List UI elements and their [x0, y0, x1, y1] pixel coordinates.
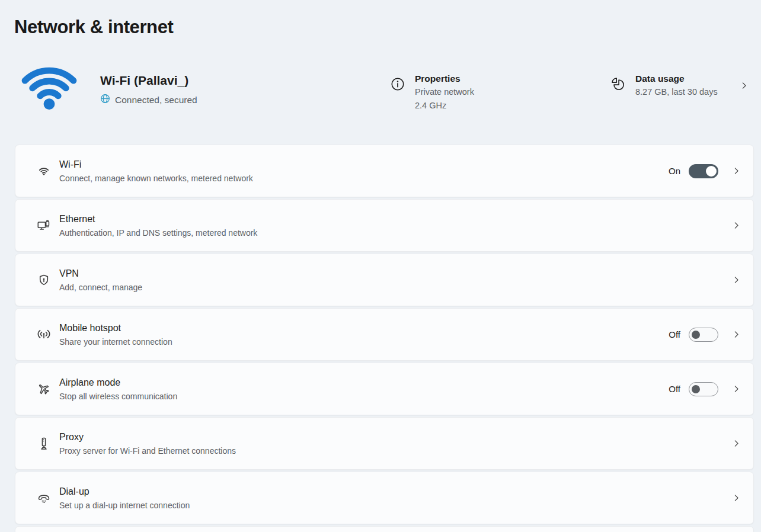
info-icon [390, 76, 405, 113]
data-usage-amount: 8.27 GB, last 30 days [635, 85, 718, 99]
row-subtitle: Proxy server for Wi-Fi and Ethernet conn… [59, 445, 727, 457]
phone-handset-icon [36, 491, 52, 506]
row-subtitle: Set up a dial-up internet connection [59, 499, 727, 512]
hotspot-broadcast-icon [36, 327, 52, 342]
connection-hero: Wi-Fi (Pallavi_) Connected, secured [15, 62, 754, 121]
connection-name: Wi-Fi (Pallavi_) [100, 73, 197, 88]
chevron-right-icon [731, 220, 741, 230]
chevron-right-icon [731, 275, 741, 285]
settings-row-proxy[interactable]: Proxy Proxy server for Wi-Fi and Etherne… [15, 417, 754, 470]
row-title: Dial-up [59, 485, 727, 498]
chevron-right-icon [731, 438, 741, 448]
row-subtitle: Connect, manage known networks, metered … [59, 172, 669, 185]
toggle-state-label: Off [669, 329, 680, 339]
globe-icon [100, 94, 110, 106]
toggle-knob [706, 166, 717, 177]
settings-row-ethernet[interactable]: Ethernet Authentication, IP and DNS sett… [15, 199, 754, 252]
pie-chart-icon [610, 76, 626, 99]
settings-row-vpn[interactable]: VPN Add, connect, manage [15, 254, 754, 306]
toggle-knob [692, 331, 700, 339]
toggle-state-label: On [669, 166, 680, 176]
row-title: Mobile hotspot [59, 321, 669, 335]
airplane-mode-toggle[interactable] [689, 382, 718, 396]
settings-row-partial[interactable] [15, 526, 754, 532]
row-subtitle: Share your internet connection [59, 336, 669, 348]
wifi-toggle[interactable] [689, 164, 718, 178]
row-title: Proxy [59, 430, 727, 444]
properties-title: Properties [415, 72, 474, 85]
wifi-icon [36, 164, 52, 179]
row-title: VPN [59, 267, 727, 280]
settings-row-mobile-hotspot[interactable]: Mobile hotspot Share your internet conne… [15, 308, 754, 361]
row-subtitle: Stop all wireless communication [59, 390, 669, 403]
toggle-state-label: Off [669, 384, 680, 394]
settings-row-wifi[interactable]: Wi-Fi Connect, manage known networks, me… [15, 145, 754, 197]
chevron-right-icon [731, 384, 741, 394]
row-title: Wi-Fi [59, 158, 669, 171]
settings-row-dialup[interactable]: Dial-up Set up a dial-up internet connec… [15, 472, 754, 524]
chevron-right-icon [731, 493, 741, 503]
row-subtitle: Add, connect, manage [59, 281, 727, 294]
toggle-knob [692, 385, 700, 393]
properties-summary[interactable]: Properties Private network 2.4 GHz [390, 72, 474, 113]
chevron-right-icon [731, 329, 741, 339]
row-title: Airplane mode [59, 376, 669, 389]
ethernet-icon [36, 218, 52, 233]
page-title: Network & internet [14, 15, 761, 39]
row-title: Ethernet [59, 212, 727, 226]
chevron-right-icon [739, 81, 749, 93]
settings-list: Wi-Fi Connect, manage known networks, me… [15, 145, 754, 532]
active-connection: Wi-Fi (Pallavi_) Connected, secured [15, 62, 197, 114]
proxy-server-icon [36, 436, 52, 451]
settings-row-airplane-mode[interactable]: Airplane mode Stop all wireless communic… [15, 363, 754, 415]
chevron-right-icon [731, 166, 741, 176]
properties-band: 2.4 GHz [415, 99, 474, 113]
shield-lock-icon [36, 273, 52, 288]
data-usage-summary[interactable]: Data usage 8.27 GB, last 30 days [610, 72, 718, 99]
connection-status: Connected, secured [115, 95, 197, 105]
data-usage-title: Data usage [635, 72, 718, 85]
properties-network-type: Private network [415, 85, 474, 99]
wifi-status-icon [15, 62, 84, 114]
airplane-icon [36, 382, 52, 397]
row-subtitle: Authentication, IP and DNS settings, met… [59, 227, 727, 239]
mobile-hotspot-toggle[interactable] [689, 328, 718, 342]
